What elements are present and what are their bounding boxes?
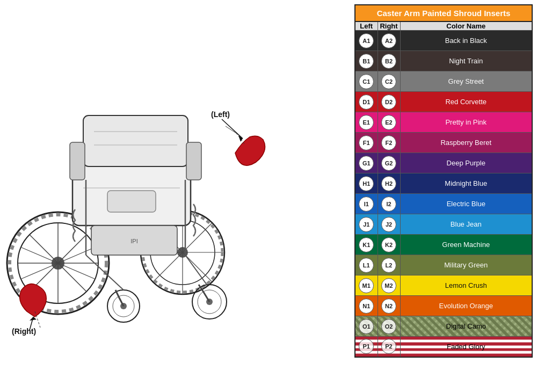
table-row: K1K2Green Machine <box>355 235 532 255</box>
right-code: P2 <box>381 339 396 354</box>
right-code-cell: O2 <box>378 316 400 337</box>
right-code: C2 <box>381 74 396 89</box>
table-row: F1F2Raspberry Beret <box>355 133 532 153</box>
left-code-cell: L1 <box>355 255 378 275</box>
svg-line-42 <box>222 119 243 139</box>
left-code: I1 <box>359 197 374 212</box>
left-code-cell: M1 <box>355 275 378 296</box>
diagram-area: IPI (Left) (Right) <box>0 0 354 392</box>
color-name-cell: Deep Purple <box>400 153 532 173</box>
color-name-cell: Raspberry Beret <box>400 133 532 153</box>
table-row: G1G2Deep Purple <box>355 153 532 173</box>
left-code: F1 <box>359 135 374 150</box>
color-name-cell: Back in Black <box>400 31 532 51</box>
table-row: A1A2Back in Black <box>355 31 532 51</box>
table-row: L1L2Military Green <box>355 255 532 275</box>
left-code-cell: I1 <box>355 194 378 214</box>
left-code: M1 <box>359 278 374 293</box>
color-name-cell: Night Train <box>400 51 532 71</box>
col-header-left: Left <box>355 21 378 31</box>
table-row: D1D2Red Corvette <box>355 92 532 112</box>
left-code-cell: D1 <box>355 92 378 112</box>
left-code: P1 <box>359 339 374 354</box>
right-code-cell: K2 <box>378 235 400 255</box>
left-code: A1 <box>359 33 374 48</box>
table-row: O1O2Digital Camo <box>355 316 532 337</box>
svg-rect-25 <box>186 142 201 180</box>
table-row: P1P2Faded Glory <box>355 337 532 357</box>
svg-text:(Left): (Left) <box>211 110 230 119</box>
table-row: H1H2Midnight Blue <box>355 173 532 194</box>
color-name-cell: Digital Camo <box>400 316 532 337</box>
right-code-cell: L2 <box>378 255 400 275</box>
left-code-cell: P1 <box>355 337 378 357</box>
color-name-cell: Electric Blue <box>400 194 532 214</box>
left-code-cell: B1 <box>355 51 378 71</box>
right-code-cell: M2 <box>378 275 400 296</box>
left-code: H1 <box>359 176 374 191</box>
left-code-cell: O1 <box>355 316 378 337</box>
table-area: Caster Arm Painted Shroud Inserts Left R… <box>354 0 537 392</box>
right-code: H2 <box>381 176 396 191</box>
right-code-cell: F2 <box>378 133 400 153</box>
color-name-cell: Lemon Crush <box>400 275 532 296</box>
right-code: L2 <box>381 258 396 273</box>
right-code-cell: B2 <box>378 51 400 71</box>
table-row: B1B2Night Train <box>355 51 532 71</box>
right-code-cell: D2 <box>378 92 400 112</box>
right-code-cell: J2 <box>378 214 400 235</box>
right-code-cell: N2 <box>378 296 400 316</box>
table-row: I1I2Electric Blue <box>355 194 532 214</box>
table-title: Caster Arm Painted Shroud Inserts <box>354 4 533 21</box>
color-table: Left Right Color Name A1A2Back in BlackB… <box>354 21 533 358</box>
left-code-cell: A1 <box>355 31 378 51</box>
left-code-cell: N1 <box>355 296 378 316</box>
col-header-color: Color Name <box>400 21 532 31</box>
right-code: F2 <box>381 135 396 150</box>
left-code: B1 <box>359 54 374 69</box>
svg-line-37 <box>185 255 207 285</box>
color-name-cell: Military Green <box>400 255 532 275</box>
right-code-cell: P2 <box>378 337 400 357</box>
left-code: C1 <box>359 74 374 89</box>
color-name-cell: Green Machine <box>400 235 532 255</box>
right-code: I2 <box>381 197 396 212</box>
right-code: B2 <box>381 54 396 69</box>
color-name-cell: Blue Jean <box>400 214 532 235</box>
left-code: N1 <box>359 299 374 314</box>
col-header-right: Right <box>378 21 400 31</box>
svg-marker-46 <box>30 317 37 321</box>
right-code: G2 <box>381 156 396 171</box>
table-row: N1N2Evolution Orange <box>355 296 532 316</box>
left-code-cell: J1 <box>355 214 378 235</box>
color-name-cell: Midnight Blue <box>400 173 532 194</box>
right-code: J2 <box>381 217 396 232</box>
right-code-cell: G2 <box>378 153 400 173</box>
left-code: L1 <box>359 258 374 273</box>
svg-rect-21 <box>83 115 188 166</box>
left-code: O1 <box>359 319 374 334</box>
right-code-cell: I2 <box>378 194 400 214</box>
table-row: C1C2Grey Street <box>355 71 532 92</box>
main-container: IPI (Left) (Right) Caste <box>0 0 537 392</box>
left-code: G1 <box>359 156 374 171</box>
left-code: D1 <box>359 95 374 110</box>
table-row: J1J2Blue Jean <box>355 214 532 235</box>
color-name-cell: Grey Street <box>400 71 532 92</box>
right-code: O2 <box>381 319 396 334</box>
right-code: M2 <box>381 278 396 293</box>
left-code-cell: F1 <box>355 133 378 153</box>
table-row: E1E2Pretty in Pink <box>355 112 532 133</box>
right-code: N2 <box>381 299 396 314</box>
svg-rect-24 <box>70 142 85 180</box>
right-code-cell: H2 <box>378 173 400 194</box>
left-code: K1 <box>359 237 374 252</box>
wheelchair-diagram: IPI (Left) (Right) <box>0 0 301 365</box>
right-code-cell: C2 <box>378 71 400 92</box>
right-code: K2 <box>381 237 396 252</box>
table-row: M1M2Lemon Crush <box>355 275 532 296</box>
svg-rect-20 <box>107 191 156 212</box>
left-code-cell: K1 <box>355 235 378 255</box>
color-name-cell: Pretty in Pink <box>400 112 532 133</box>
left-code-cell: E1 <box>355 112 378 133</box>
